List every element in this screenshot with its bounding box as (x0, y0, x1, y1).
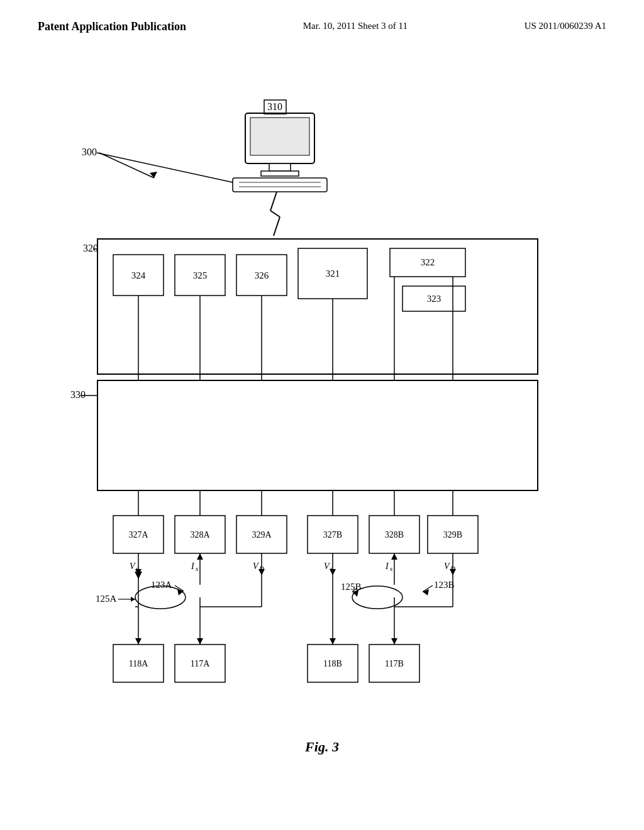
svg-rect-23 (97, 380, 538, 490)
label-321: 321 (326, 268, 340, 279)
label-326: 326 (255, 270, 269, 280)
label-is1: I (191, 562, 195, 571)
patent-number-label: US 2011/0060239 A1 (525, 19, 606, 33)
label-330: 330 (70, 389, 86, 400)
svg-marker-73 (135, 638, 142, 645)
label-300: 300 (82, 147, 97, 157)
label-329b: 329B (443, 530, 462, 540)
svg-rect-1 (250, 118, 309, 155)
publication-label: Patent Application Publication (38, 19, 186, 35)
label-118a: 118A (129, 659, 148, 668)
label-vs1: V (130, 562, 136, 571)
svg-marker-84 (391, 638, 397, 645)
label-329a: 329A (252, 530, 272, 540)
figure-caption: Fig. 3 (304, 739, 339, 755)
label-vs1-sub: s (136, 565, 138, 572)
svg-marker-49 (197, 553, 203, 560)
label-323: 323 (427, 294, 441, 304)
label-vs2: V (324, 562, 330, 571)
svg-line-14 (274, 217, 280, 236)
label-vd2: V (444, 562, 450, 571)
label-327b: 327B (323, 530, 342, 540)
diagram-area: 310 300 320 324 325 326 321 3 (0, 41, 644, 795)
patent-diagram: 310 300 320 324 325 326 321 3 (0, 41, 644, 795)
label-123b: 123B (434, 580, 455, 590)
label-328b: 328B (385, 530, 404, 540)
svg-rect-4 (233, 178, 327, 192)
svg-marker-11 (150, 172, 157, 178)
label-125b: 125B (341, 582, 362, 592)
label-vd2-sub: D (450, 565, 455, 572)
label-vd1-sub: D (258, 565, 264, 572)
svg-rect-3 (261, 171, 299, 176)
label-324: 324 (131, 270, 146, 280)
label-325: 325 (193, 270, 208, 280)
label-is2-sub: s (390, 565, 392, 572)
label-is2: I (385, 562, 389, 571)
label-117a: 117A (191, 659, 210, 668)
date-sheet-label: Mar. 10, 2011 Sheet 3 of 11 (303, 19, 408, 33)
label-310: 310 (267, 101, 282, 112)
svg-line-9 (97, 153, 233, 182)
label-327a: 327A (128, 530, 148, 540)
svg-marker-82 (330, 638, 336, 645)
label-328a: 328A (190, 530, 210, 540)
svg-line-10 (99, 153, 154, 178)
svg-marker-55 (391, 553, 397, 560)
label-320: 320 (83, 243, 98, 253)
page-header: Patent Application Publication Mar. 10, … (0, 0, 644, 41)
svg-line-12 (270, 192, 277, 211)
label-vs2-sub: s (330, 565, 333, 572)
svg-line-13 (270, 211, 280, 217)
label-is1-sub: s (196, 565, 198, 572)
svg-rect-2 (269, 163, 291, 171)
svg-marker-60 (131, 597, 135, 602)
label-vd1: V (253, 562, 259, 571)
label-125a: 125A (96, 594, 117, 604)
label-117b: 117B (385, 659, 404, 668)
label-322: 322 (421, 257, 435, 267)
label-123a: 123A (151, 580, 172, 590)
svg-marker-75 (197, 638, 203, 645)
label-118b: 118B (323, 659, 342, 668)
